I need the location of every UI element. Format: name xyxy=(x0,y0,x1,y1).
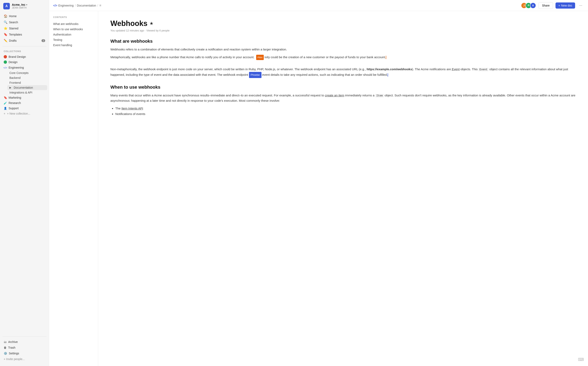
invite-people-button[interactable]: + Invite people... xyxy=(2,356,47,362)
org-info: Acme, Inc ▾ JENN SMITH xyxy=(12,3,27,9)
drafts-badge: 3 xyxy=(41,39,45,42)
star-icon: ⭐ xyxy=(4,27,7,30)
cursor-blue xyxy=(388,73,388,76)
star-favorite-icon[interactable]: ★ xyxy=(149,21,154,26)
cursor-orange xyxy=(386,56,386,59)
sidebar-item-marketing[interactable]: 🔖 Marketing xyxy=(2,95,47,100)
nav-divider xyxy=(2,46,47,46)
article-list: The Item Intents API Notifications of ev… xyxy=(110,106,576,117)
engineering-subitems: Core Concepts Backend Frontend ▶ Documen… xyxy=(2,70,47,95)
engineering-more-icon[interactable]: ··· xyxy=(41,66,45,69)
keyboard-shortcut-icon: ⌨ xyxy=(578,357,584,362)
article-meta: You updated 12 minutes ago · Viewed by 6… xyxy=(110,29,576,32)
research-icon: 🧪 xyxy=(4,101,7,105)
trash-icon: 🗑 xyxy=(4,346,7,349)
list-item-2: Notifications of events xyxy=(115,111,576,117)
toc-title: CONTENTS xyxy=(53,16,94,18)
drafts-icon: ✏️ xyxy=(4,39,7,43)
home-icon: 🏠 xyxy=(4,14,7,18)
toc-item-what-are-webhooks[interactable]: What are webhooks xyxy=(53,21,94,27)
toc-item-authentication[interactable]: Authentication xyxy=(53,32,94,37)
item-intents-api-link[interactable]: Item Intents API xyxy=(121,107,143,110)
topbar: </> Engineering / Documentation / ≡ J P … xyxy=(49,0,588,11)
article-title: Webhooks xyxy=(110,19,147,28)
create-item-link[interactable]: create an item xyxy=(325,93,344,97)
engineering-icon: </> xyxy=(4,66,7,69)
sidebar-item-support[interactable]: 👤 Support xyxy=(2,106,47,111)
search-icon: 🔍 xyxy=(4,20,7,24)
sidebar-item-archive[interactable]: 🗂 Archive xyxy=(2,339,47,345)
toc-toggle-icon[interactable]: ≡ xyxy=(99,4,101,7)
event-code: Event xyxy=(478,68,488,71)
section-when-to-use: When to use webhooks Many events that oc… xyxy=(110,84,576,117)
org-user: JENN SMITH xyxy=(12,6,27,9)
avatar-3: A xyxy=(530,2,536,8)
collections-nav: Brand Design Design </> Engineering ⚡ ··… xyxy=(0,53,49,117)
para-2-1: Non-metaphorically, the webhook endpoint… xyxy=(110,67,576,78)
sidebar-item-engineering[interactable]: </> Engineering ⚡ ··· xyxy=(2,65,47,70)
org-header[interactable]: A Acme, Inc ▾ JENN SMITH xyxy=(0,0,49,12)
table-of-contents: CONTENTS What are webhooks When to use w… xyxy=(49,11,98,366)
more-options-button[interactable]: ··· xyxy=(578,2,584,9)
sidebar-item-search[interactable]: 🔍 Search xyxy=(2,19,47,25)
breadcrumb-documentation[interactable]: Documentation xyxy=(77,4,96,7)
chevron-down-icon: ▾ xyxy=(26,4,27,6)
sidebar-item-backend[interactable]: Backend xyxy=(7,75,47,80)
sidebar-item-core-concepts[interactable]: Core Concepts xyxy=(7,70,47,75)
topbar-right: J P A Share + New doc ··· xyxy=(521,2,584,9)
support-icon: 👤 xyxy=(4,107,7,110)
section-body-3: Many events that occur within a Acme acc… xyxy=(110,93,576,117)
sidebar-item-integrations-api[interactable]: Integrations & API xyxy=(7,90,47,95)
new-doc-button[interactable]: + New doc xyxy=(556,2,575,8)
section-non-metaphorically: Non-metaphorically, the webhook endpoint… xyxy=(110,67,576,78)
sidebar-item-trash[interactable]: 🗑 Trash xyxy=(2,345,47,351)
article-title-row: Webhooks ★ xyxy=(110,19,576,28)
sidebar-bottom-nav: 🗂 Archive 🗑 Trash ⚙️ Settings + Invite p… xyxy=(0,338,49,363)
section-heading-3: When to use webhooks xyxy=(110,84,576,90)
code-icon: </> xyxy=(53,4,57,7)
sidebar-item-templates[interactable]: 🔖 Templates xyxy=(2,31,47,38)
org-logo: A xyxy=(3,3,10,9)
sidebar-item-design[interactable]: Design xyxy=(2,60,47,65)
settings-icon: ⚙️ xyxy=(4,352,7,355)
sidebar-item-brand-design[interactable]: Brand Design xyxy=(2,54,47,60)
breadcrumb-sep2: / xyxy=(97,4,98,7)
article: Webhooks ★ You updated 12 minutes ago · … xyxy=(98,11,588,366)
sidebar-spacer xyxy=(0,117,49,335)
section-heading-1: What are webhooks xyxy=(110,38,576,44)
sidebar-item-settings[interactable]: ⚙️ Settings xyxy=(2,351,47,356)
event-link[interactable]: Event xyxy=(452,67,460,71)
design-icon xyxy=(4,61,7,64)
templates-icon: 🔖 xyxy=(4,33,7,36)
toc-item-when-to-use[interactable]: When to use webhooks xyxy=(53,27,94,32)
alex-comment[interactable]: Alex xyxy=(256,55,264,60)
expand-arrow-icon: ▶ xyxy=(9,86,11,89)
para-1-2: Metaphorically, webhooks are like a phon… xyxy=(110,54,576,60)
para-1-1: Webhooks refers to a combination of elem… xyxy=(110,47,576,52)
sidebar-item-drafts[interactable]: ✏️ Drafts 3 xyxy=(2,38,47,44)
breadcrumb-engineering-icon[interactable]: </> Engineering xyxy=(53,4,74,7)
new-collection-button[interactable]: + + New collection... xyxy=(2,111,47,116)
url-example: https://example.com/webhooks xyxy=(367,67,412,71)
section-body-2: Non-metaphorically, the webhook endpoint… xyxy=(110,67,576,78)
org-name: Acme, Inc ▾ xyxy=(12,3,27,6)
share-button[interactable]: Share xyxy=(539,2,553,9)
engineering-filter-icon[interactable]: ⚡ xyxy=(36,66,41,69)
plus-icon: + xyxy=(4,112,5,115)
collections-label: COLLECTIONS xyxy=(0,48,49,53)
breadcrumb: </> Engineering / Documentation / ≡ xyxy=(53,4,101,7)
item-code: Item xyxy=(375,94,384,97)
sidebar-item-starred[interactable]: ⭐ Starred xyxy=(2,25,47,31)
toc-item-testing[interactable]: Testing xyxy=(53,37,94,43)
sidebar-item-frontend[interactable]: Frontend xyxy=(7,80,47,85)
phoebe-comment[interactable]: Phoebe xyxy=(249,72,261,78)
sidebar-item-research[interactable]: 🧪 Research xyxy=(2,100,47,106)
content-area: CONTENTS What are webhooks When to use w… xyxy=(49,11,588,366)
para-3-1: Many events that occur within a Acme acc… xyxy=(110,93,576,103)
section-body-1: Webhooks refers to a combination of elem… xyxy=(110,47,576,60)
collaborator-avatars: J P A xyxy=(521,2,536,8)
toc-item-event-handling[interactable]: Event handling xyxy=(53,43,94,48)
sidebar-nav: 🏠 Home 🔍 Search ⭐ Starred 🔖 Templates ✏️… xyxy=(0,12,49,45)
sidebar-item-documentation[interactable]: ▶ Documentation xyxy=(7,85,47,90)
sidebar-item-home[interactable]: 🏠 Home xyxy=(2,13,47,19)
